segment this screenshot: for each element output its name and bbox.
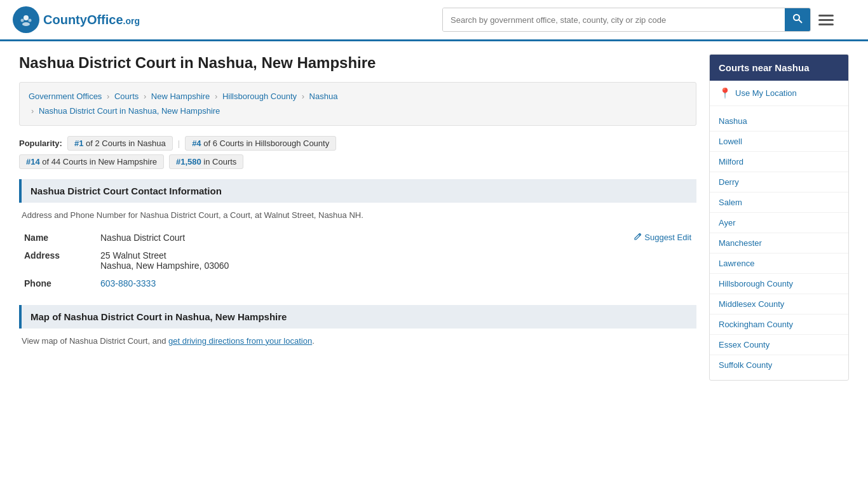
sidebar-link-derry[interactable]: Derry	[710, 172, 848, 192]
list-item: Derry	[710, 172, 848, 193]
sidebar-link-rockingham[interactable]: Rockingham County	[710, 315, 848, 334]
svg-line-6	[799, 20, 802, 23]
popularity-label: Popularity:	[19, 139, 62, 148]
sidebar-link-nashua[interactable]: Nashua	[710, 111, 848, 131]
svg-point-1	[24, 15, 29, 20]
contact-description: Address and Phone Number for Nashua Dist…	[19, 210, 696, 220]
contact-section: Nashua District Court Contact Informatio…	[19, 179, 696, 292]
list-item: Essex County	[710, 335, 848, 355]
contact-section-header: Nashua District Court Contact Informatio…	[19, 179, 696, 203]
name-label: Name	[19, 229, 95, 247]
logo-text: CountyOffice.org	[43, 13, 140, 27]
popularity-section: Popularity: #1 of 2 Courts in Nashua | #…	[19, 136, 696, 169]
svg-point-2	[22, 22, 30, 26]
phone-link[interactable]: 603-880-3333	[100, 278, 156, 288]
list-item: Milford	[710, 152, 848, 172]
map-section-header: Map of Nashua District Court in Nashua, …	[19, 305, 696, 329]
phone-value: 603-880-3333	[95, 274, 696, 292]
map-description: View map of Nashua District Court, and g…	[19, 336, 696, 346]
contact-name-row: Name Nashua District Court Suggest Edit	[19, 229, 696, 247]
sidebar-links-list: Nashua Lowell Milford Derry Salem Ayer M…	[710, 106, 848, 380]
sidebar-link-salem[interactable]: Salem	[710, 193, 848, 212]
svg-point-5	[794, 15, 799, 20]
sidebar-link-manchester[interactable]: Manchester	[710, 233, 848, 253]
sidebar-link-lowell[interactable]: Lowell	[710, 132, 848, 151]
sidebar: Courts near Nashua 📍 Use My Location Nas…	[709, 54, 849, 381]
sidebar-link-milford[interactable]: Milford	[710, 152, 848, 172]
use-location: 📍 Use My Location	[710, 81, 848, 106]
page-title: Nashua District Court in Nashua, New Ham…	[19, 54, 696, 72]
list-item: Middlesex County	[710, 294, 848, 315]
sidebar-link-ayer[interactable]: Ayer	[710, 213, 848, 233]
search-box	[442, 8, 811, 32]
site-header: CountyOffice.org	[0, 0, 868, 41]
logo-icon	[13, 6, 39, 33]
contact-table: Name Nashua District Court Suggest Edit	[19, 229, 696, 292]
pin-icon: 📍	[719, 87, 731, 99]
breadcrumb-government-offices[interactable]: Government Offices	[29, 92, 102, 101]
search-button[interactable]	[785, 8, 810, 31]
address-label: Address	[19, 247, 95, 274]
svg-point-3	[21, 19, 24, 22]
directions-link[interactable]: get driving directions from your locatio…	[168, 336, 312, 346]
list-item: Manchester	[710, 233, 848, 254]
breadcrumb-nashua[interactable]: Nashua	[309, 92, 338, 101]
contact-phone-row: Phone 603-880-3333	[19, 274, 696, 292]
svg-point-4	[29, 19, 32, 22]
menu-button[interactable]	[816, 12, 836, 28]
popularity-badge-3: #14 of 44 Courts in New Hampshire	[19, 154, 164, 169]
map-section: Map of Nashua District Court in Nashua, …	[19, 305, 696, 346]
search-input[interactable]	[443, 8, 785, 31]
sidebar-title: Courts near Nashua	[710, 55, 848, 81]
search-area	[442, 8, 836, 32]
list-item: Nashua	[710, 111, 848, 132]
popularity-badge-2: #4 of 6 Courts in Hillsborough County	[185, 136, 336, 151]
list-item: Suffolk County	[710, 355, 848, 375]
sidebar-box: Courts near Nashua 📍 Use My Location Nas…	[709, 54, 849, 381]
logo: CountyOffice.org	[13, 6, 140, 33]
address-value: 25 Walnut Street Nashua, New Hampshire, …	[95, 247, 696, 274]
list-item: Rockingham County	[710, 315, 848, 335]
sidebar-link-suffolk[interactable]: Suffolk County	[710, 355, 848, 375]
sidebar-link-essex[interactable]: Essex County	[710, 335, 848, 355]
list-item: Hillsborough County	[710, 274, 848, 294]
phone-label: Phone	[19, 274, 95, 292]
sidebar-link-hillsborough[interactable]: Hillsborough County	[710, 274, 848, 294]
sidebar-link-middlesex[interactable]: Middlesex County	[710, 294, 848, 314]
popularity-badge-4: #1,580 in Courts	[169, 154, 243, 169]
breadcrumb-courts[interactable]: Courts	[114, 92, 139, 101]
content-area: Nashua District Court in Nashua, New Ham…	[19, 54, 696, 381]
list-item: Lawrence	[710, 254, 848, 274]
sidebar-link-lawrence[interactable]: Lawrence	[710, 254, 848, 273]
main-content: Nashua District Court in Nashua, New Ham…	[0, 41, 868, 393]
breadcrumb-current[interactable]: Nashua District Court in Nashua, New Ham…	[39, 106, 220, 116]
popularity-badge-1: #1 of 2 Courts in Nashua	[67, 136, 173, 151]
breadcrumb-hillsborough-county[interactable]: Hillsborough County	[222, 92, 297, 101]
contact-address-row: Address 25 Walnut Street Nashua, New Ham…	[19, 247, 696, 274]
breadcrumb: Government Offices › Courts › New Hampsh…	[19, 82, 696, 126]
breadcrumb-new-hampshire[interactable]: New Hampshire	[151, 92, 210, 101]
list-item: Lowell	[710, 132, 848, 152]
suggest-edit-button[interactable]: Suggest Edit	[633, 233, 691, 242]
name-value: Nashua District Court Suggest Edit	[95, 229, 696, 247]
list-item: Salem	[710, 193, 848, 213]
list-item: Ayer	[710, 213, 848, 233]
use-location-link[interactable]: Use My Location	[735, 88, 797, 98]
